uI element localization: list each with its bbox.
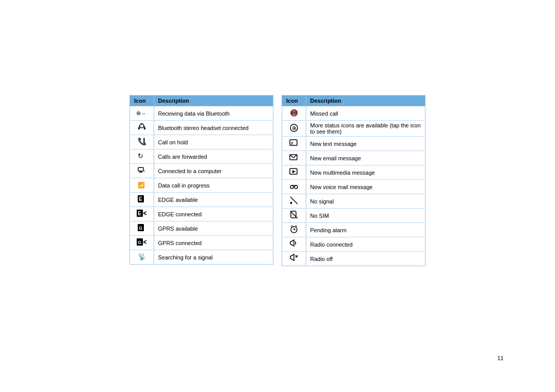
right-table-desc-header: Description <box>306 96 425 106</box>
svg-text:✦: ✦ <box>140 122 143 126</box>
icon-cell <box>282 165 306 180</box>
svg-rect-11 <box>138 167 143 171</box>
icon-cell: ✦ <box>130 121 154 135</box>
table-row: Radio connected <box>282 237 425 252</box>
desc-cell: Pending alarm <box>306 223 425 237</box>
table-row: ✦ Bluetooth stereo headset connected <box>130 121 273 135</box>
desc-cell: Searching for a signal <box>154 250 273 265</box>
icon-cell: ↕ <box>130 164 154 178</box>
svg-text:📶: 📶 <box>138 181 145 189</box>
table-row: 📞‖ Call on hold <box>130 135 273 150</box>
icon-cell: ↻ <box>130 150 154 164</box>
icon-cell: 📡 <box>130 250 154 265</box>
svg-text:‖: ‖ <box>143 138 145 143</box>
left-table-desc-header: Description <box>154 96 273 106</box>
desc-cell: EDGE connected <box>154 207 273 221</box>
page-number: 11 <box>497 355 504 361</box>
desc-cell: New voice mail message <box>306 180 425 194</box>
table-row: 2 New text message <box>282 137 425 151</box>
table-row: New voice mail message <box>282 180 425 194</box>
desc-cell: More status icons are available (tap the… <box>306 121 425 137</box>
desc-cell: Call on hold <box>154 135 273 150</box>
desc-cell: Calls are forwarded <box>154 150 273 164</box>
svg-point-38 <box>294 185 298 189</box>
svg-line-20 <box>143 212 146 213</box>
icon-cell: 📶 <box>130 178 154 193</box>
table-row: Pending alarm <box>282 223 425 237</box>
desc-cell: Data call in progress <box>154 178 273 193</box>
tables-wrapper: Icon Description ⊛↔ Receiving data via B… <box>130 95 425 266</box>
icon-cell <box>282 209 306 223</box>
svg-line-47 <box>291 226 292 227</box>
left-table-icon-header: Icon <box>130 96 154 106</box>
icon-cell: ⊕ <box>282 121 306 137</box>
table-row: ⊕ More status icons are available (tap t… <box>282 121 425 137</box>
desc-cell: GPRS connected <box>154 236 273 250</box>
table-row: 📵 Missed call <box>282 106 425 121</box>
svg-marker-49 <box>290 240 294 246</box>
svg-marker-51 <box>290 254 294 260</box>
svg-text:↻: ↻ <box>138 152 143 160</box>
svg-text:G: G <box>138 240 141 245</box>
icon-cell: 2 <box>282 137 306 151</box>
table-row: No signal <box>282 194 425 209</box>
svg-text:E: E <box>139 196 142 202</box>
svg-text:⊕: ⊕ <box>292 125 297 131</box>
table-row: ↕ Connected to a computer <box>130 164 273 178</box>
svg-text:⊛: ⊛ <box>136 110 141 116</box>
svg-text:↔: ↔ <box>141 111 146 116</box>
svg-rect-5 <box>138 127 140 129</box>
desc-cell: Connected to a computer <box>154 164 273 178</box>
svg-point-37 <box>290 185 293 189</box>
table-row: E EDGE available <box>130 193 273 207</box>
icon-cell <box>282 194 306 209</box>
table-row: New multimedia message <box>282 165 425 180</box>
svg-line-21 <box>143 213 146 215</box>
desc-cell: EDGE available <box>154 193 273 207</box>
svg-line-26 <box>143 240 146 242</box>
svg-rect-6 <box>144 127 145 129</box>
table-row: ⊛↔ Receiving data via Bluetooth <box>130 106 273 121</box>
table-row: G GPRS available <box>130 221 273 236</box>
svg-marker-36 <box>292 170 295 173</box>
table-row: Radio off <box>282 252 425 266</box>
icon-cell: 📞‖ <box>130 135 154 150</box>
icon-cell: ⊛↔ <box>130 106 154 121</box>
icon-cell <box>282 223 306 237</box>
icon-cell: E <box>130 193 154 207</box>
svg-rect-41 <box>290 202 292 204</box>
desc-cell: Radio connected <box>306 237 425 252</box>
desc-cell: New text message <box>306 137 425 151</box>
desc-cell: Radio off <box>306 252 425 266</box>
table-row: No SIM <box>282 209 425 223</box>
svg-text:E: E <box>138 211 141 216</box>
icon-cell <box>282 237 306 252</box>
icon-cell: 📵 <box>282 106 306 121</box>
icon-cell: G <box>130 221 154 236</box>
icon-cell <box>282 252 306 266</box>
page-container: Icon Description ⊛↔ Receiving data via B… <box>0 0 555 392</box>
svg-text:↕: ↕ <box>144 169 146 173</box>
svg-text:2: 2 <box>291 141 293 145</box>
desc-cell: No signal <box>306 194 425 209</box>
icon-cell: G <box>130 236 154 250</box>
desc-cell: No SIM <box>306 209 425 223</box>
svg-text:G: G <box>139 226 142 231</box>
icon-cell <box>282 180 306 194</box>
svg-text:📵: 📵 <box>290 108 299 117</box>
icon-cell <box>282 151 306 165</box>
right-icon-table: Icon Description 📵 Missed call ⊕ More st… <box>282 95 425 266</box>
desc-cell: Missed call <box>306 106 425 121</box>
svg-text:📡: 📡 <box>138 252 146 261</box>
desc-cell: GPRS available <box>154 221 273 236</box>
table-row: 📡 Searching for a signal <box>130 250 273 265</box>
table-row: E EDGE connected <box>130 207 273 221</box>
desc-cell: Bluetooth stereo headset connected <box>154 121 273 135</box>
svg-line-48 <box>295 226 297 227</box>
table-row: New email message <box>282 151 425 165</box>
desc-cell: Receiving data via Bluetooth <box>154 106 273 121</box>
desc-cell: New email message <box>306 151 425 165</box>
icon-cell: E <box>130 207 154 221</box>
desc-cell: New multimedia message <box>306 165 425 180</box>
left-icon-table: Icon Description ⊛↔ Receiving data via B… <box>130 95 273 265</box>
